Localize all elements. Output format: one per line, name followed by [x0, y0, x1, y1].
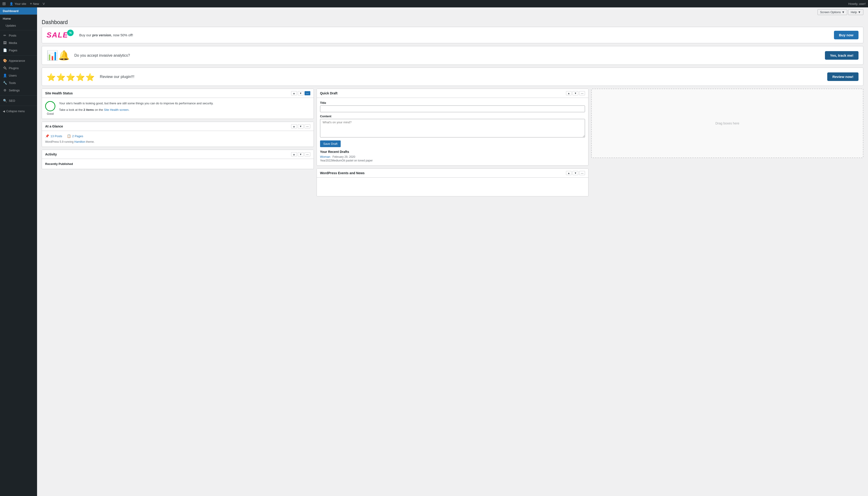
track-me-button[interactable]: Yes, track me! [825, 51, 858, 60]
sale-text: Buy our pro version, now 50% off! [79, 33, 829, 37]
glance-toggle[interactable]: — [304, 124, 310, 128]
health-status: Good Your site's health is looking good,… [45, 101, 310, 115]
at-a-glance-body: 📌 13 Posts 📋 2 Pages WordPress 5.9 runni… [42, 131, 314, 147]
sidebar-item-media[interactable]: 🖼 Media [0, 39, 37, 46]
site-health-controls: ▲ ▼ — [291, 91, 310, 95]
sidebar-item-appearance[interactable]: 🎨 Appearance [0, 57, 37, 64]
admin-avatar-icon: 👤 [10, 2, 13, 5]
collapse-icon: ◀ [3, 110, 5, 113]
collapse-menu[interactable]: ◀ Collapse menu [0, 107, 37, 115]
posts-icon: ✏ [3, 33, 7, 37]
media-icon: 🖼 [3, 41, 7, 45]
at-a-glance-controls: ▲ ▼ — [291, 124, 310, 128]
content-label: Content [320, 114, 585, 118]
sidebar-dashboard[interactable]: Dashboard [0, 7, 37, 15]
qd-down[interactable]: ▼ [572, 91, 578, 95]
adminbar-site[interactable]: 👤 Your site [10, 2, 26, 5]
sidebar-item-seo[interactable]: 🔍 SEO [0, 97, 37, 104]
wp-events-title: WordPress Events and News [320, 171, 365, 175]
events-toggle[interactable]: — [579, 171, 585, 175]
site-health-body: Good Your site's health is looking good,… [42, 98, 314, 119]
recently-published-label: Recently Published [45, 162, 73, 166]
help-button[interactable]: Help ▼ [848, 9, 863, 15]
sidebar-updates[interactable]: Updates [0, 23, 37, 29]
at-a-glance-title: At a Glance [45, 124, 63, 128]
sidebar-item-plugins[interactable]: 🔌 Plugins [0, 64, 37, 72]
health-description: Your site's health is looking good, but … [59, 101, 213, 112]
save-draft-button[interactable]: Save Draft [320, 140, 341, 147]
at-a-glance-header: At a Glance ▲ ▼ — [42, 122, 314, 131]
posts-count-link[interactable]: 13 Posts [50, 135, 62, 138]
pin-icon: 📌 [45, 134, 49, 138]
pages-stat: 📋 2 Pages [67, 134, 84, 138]
plus-icon: + [30, 2, 32, 6]
activity-toggle[interactable]: — [304, 152, 310, 156]
site-health-toggle[interactable]: — [304, 91, 310, 95]
vimeo-icon: V [43, 2, 45, 5]
wp-events-body [317, 178, 588, 196]
content-textarea[interactable] [320, 119, 585, 137]
qd-toggle[interactable]: — [579, 91, 585, 95]
site-health-link[interactable]: Site Health screen [104, 108, 129, 111]
site-health-collapse-up[interactable]: ▲ [291, 91, 297, 95]
chevron-down-icon: ▼ [842, 11, 845, 14]
pages-count-link[interactable]: 2 Pages [72, 135, 84, 138]
column-2: Quick Draft ▲ ▼ — Title Content S [317, 89, 589, 197]
activity-body: Recently Published [42, 159, 314, 169]
activity-down[interactable]: ▼ [298, 152, 304, 156]
title-input[interactable] [320, 106, 585, 112]
review-text: Review our plugin!!! [100, 75, 823, 79]
health-circle: Good [45, 101, 55, 115]
stars-icon: ⭐⭐⭐⭐⭐ [47, 72, 95, 82]
plugins-icon: 🔌 [3, 66, 7, 70]
site-name: Your site [15, 2, 26, 5]
quick-draft-controls: ▲ ▼ — [566, 91, 585, 95]
tools-icon: 🔧 [3, 81, 7, 85]
adminbar-new[interactable]: + New [30, 2, 39, 6]
health-good-label: Good [47, 112, 54, 115]
sidebar-separator-1 [0, 30, 37, 30]
dashboard-grid: Site Health Status ▲ ▼ — [42, 89, 863, 197]
site-health-header: Site Health Status ▲ ▼ — [42, 89, 314, 98]
seo-icon: 🔍 [3, 99, 7, 103]
quick-draft-title: Quick Draft [320, 91, 338, 95]
sale-banner: SALE % Buy our pro version, now 50% off!… [42, 27, 863, 43]
sidebar-item-tools[interactable]: 🔧 Tools [0, 79, 37, 87]
sidebar-item-pages[interactable]: 📄 Pages [0, 46, 37, 54]
draft-excerpt: Year2022MediumOil pastel on toned paper [320, 159, 585, 162]
review-now-button[interactable]: Review now! [827, 73, 858, 81]
health-circle-icon [45, 101, 55, 111]
wp-logo-icon: ⊞ [2, 1, 6, 6]
theme-link[interactable]: Hamilton [74, 140, 85, 143]
wp-events-header: WordPress Events and News ▲ ▼ — [317, 169, 588, 178]
sidebar-item-users[interactable]: 👤 Users [0, 72, 37, 79]
analytics-text: Do you accept invasive analytics? [74, 53, 820, 58]
buy-now-button[interactable]: Buy now [834, 31, 859, 39]
glance-up[interactable]: ▲ [291, 124, 297, 128]
events-down[interactable]: ▼ [572, 171, 578, 175]
review-banner: ⭐⭐⭐⭐⭐ Review our plugin!!! Review now! [42, 67, 863, 86]
page-title: Dashboard [37, 17, 868, 27]
draft-link[interactable]: Woman [320, 155, 330, 158]
at-a-glance-widget: At a Glance ▲ ▼ — 📌 13 Posts [42, 122, 314, 147]
activity-widget: Activity ▲ ▼ — Recently Published [42, 150, 314, 169]
column-1: Site Health Status ▲ ▼ — [42, 89, 314, 197]
qd-up[interactable]: ▲ [566, 91, 572, 95]
chevron-down-icon-help: ▼ [858, 11, 861, 14]
sidebar-separator-2 [0, 55, 37, 56]
main-content-area: Screen Options ▼ Help ▼ Dashboard SALE %… [37, 7, 868, 201]
content-header: Screen Options ▼ Help ▼ [37, 7, 868, 17]
dashboard-content: SALE % Buy our pro version, now 50% off!… [37, 27, 868, 201]
site-health-collapse-down[interactable]: ▼ [298, 91, 304, 95]
glance-down[interactable]: ▼ [298, 124, 304, 128]
glance-stats: 📌 13 Posts 📋 2 Pages [45, 134, 310, 138]
sidebar-item-settings[interactable]: ⚙ Settings [0, 87, 37, 94]
wp-events-widget: WordPress Events and News ▲ ▼ — [317, 168, 589, 197]
quick-draft-header: Quick Draft ▲ ▼ — [317, 89, 588, 98]
screen-options-button[interactable]: Screen Options ▼ [818, 9, 847, 15]
activity-up[interactable]: ▲ [291, 152, 297, 156]
sidebar-home[interactable]: Home [0, 15, 37, 23]
activity-header: Activity ▲ ▼ — [42, 150, 314, 159]
events-up[interactable]: ▲ [566, 171, 572, 175]
sidebar-item-posts[interactable]: ✏ Posts [0, 32, 37, 39]
